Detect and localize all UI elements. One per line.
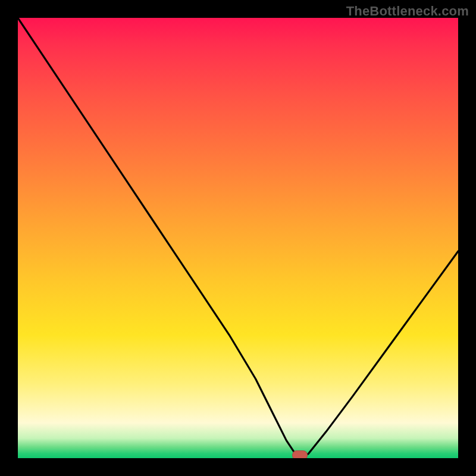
plot-area xyxy=(18,18,458,458)
watermark-text: TheBottleneck.com xyxy=(346,4,469,19)
curve-svg xyxy=(18,18,458,458)
chart-frame: TheBottleneck.com xyxy=(0,0,476,476)
bottleneck-curve-path xyxy=(18,18,458,458)
optimum-marker xyxy=(292,450,308,458)
